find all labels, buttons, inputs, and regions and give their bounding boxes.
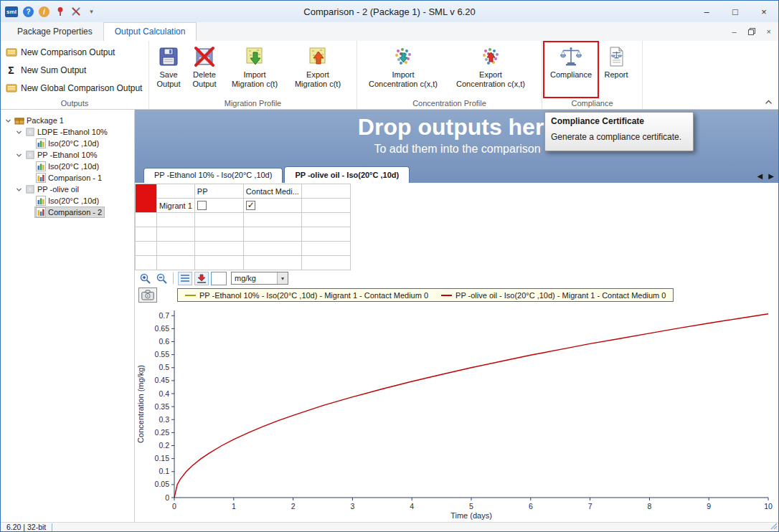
save-output-button[interactable]: Save Output [152, 43, 185, 96]
tree-item-content[interactable]: PP -Ethanol 10% [24, 149, 100, 161]
quick-access-dropdown-icon[interactable]: ▾ [86, 6, 97, 17]
tree-item[interactable]: PP -Ethanol 10% [1, 149, 134, 161]
version-label: 6.20 | 32-bit [6, 523, 46, 531]
import-migration-icon [243, 45, 266, 68]
contact-medium-checkbox[interactable] [246, 201, 255, 210]
tree-item-content[interactable]: Iso(20°C ,10d) [34, 195, 102, 206]
chevron-down-icon[interactable] [14, 186, 24, 193]
svg-text:0.1: 0.1 [159, 467, 169, 475]
outputs-tree: Package 1LDPE -Ethanol 10%Iso(20°C ,10d)… [1, 110, 135, 522]
screenshot-button[interactable] [138, 288, 157, 303]
tab-scroll-arrows: ◀ ▶ [757, 172, 774, 180]
svg-text:0.65: 0.65 [155, 324, 170, 333]
tab-output-calculation[interactable]: Output Calculation [103, 22, 197, 41]
report-button[interactable]: Report [598, 43, 634, 96]
tools-icon[interactable] [70, 6, 81, 17]
svg-text:0.45: 0.45 [155, 376, 170, 384]
export-chart-button[interactable] [194, 272, 209, 285]
svg-text:Concentration (mg/kg): Concentration (mg/kg) [136, 365, 145, 443]
group-label-migration-profile: Migration Profile [149, 99, 357, 108]
pp-checkbox-cell[interactable] [194, 199, 243, 213]
chevron-down-icon[interactable] [14, 152, 24, 158]
quick-access-toolbar: sml ? i ▾ [1, 6, 97, 17]
pp-checkbox[interactable] [197, 201, 207, 210]
button-label: New Global Comparison Output [21, 83, 142, 93]
resize-grip[interactable] [769, 521, 778, 531]
marker-toggle-button[interactable] [211, 272, 227, 285]
mdi-restore-button[interactable] [748, 28, 755, 35]
chevron-down-icon[interactable] [4, 118, 13, 124]
tab-scroll-right-icon[interactable]: ▶ [768, 172, 774, 180]
info-icon[interactable]: i [39, 6, 49, 17]
tree-item-content[interactable]: Comparison - 1 [34, 172, 105, 184]
compliance-scales-icon [560, 45, 582, 68]
export-migration-button[interactable]: Export Migration c(t) [287, 43, 349, 96]
group-label-concentration-profile: Concentration Profile [357, 99, 542, 108]
svg-text:1: 1 [232, 502, 236, 510]
svg-text:0.05: 0.05 [155, 480, 170, 488]
mdi-minimize-button[interactable]: – [732, 27, 736, 36]
empty-row [136, 256, 351, 270]
button-label: Concentration c(x,t) [369, 80, 438, 89]
tree-item-content[interactable]: PP -olive oil [24, 184, 82, 195]
tree-item[interactable]: Iso(20°C ,10d) [1, 138, 134, 149]
minimize-button[interactable]: – [692, 1, 721, 22]
document-tab[interactable]: PP -Ethanol 10% - Iso(20°C ,10d) [143, 168, 283, 183]
concentration-chart: 00.050.10.150.20.250.30.350.40.450.50.55… [135, 305, 779, 522]
delete-output-button[interactable]: Delete Output [187, 43, 222, 96]
chevron-down-icon[interactable] [14, 129, 24, 136]
button-label: Save [159, 70, 177, 80]
import-migration-button[interactable]: Import Migration c(t) [224, 43, 285, 96]
tree-item[interactable]: Iso(20°C ,10d) [1, 195, 134, 206]
maximize-button[interactable]: □ [721, 1, 750, 22]
save-icon [157, 45, 180, 68]
combo-dropdown-icon[interactable]: ▾ [277, 272, 288, 284]
migrant-row: Migrant 1 [136, 199, 351, 213]
button-label: New Comparison Output [21, 47, 115, 57]
titlebar: sml ? i ▾ Comparison - 2 (Package 1) - S… [1, 1, 778, 22]
ribbon-group-compliance: Compliance Report Compliance [542, 41, 643, 109]
tree-item[interactable]: Comparison - 2 [1, 206, 134, 218]
button-label: Output [192, 80, 216, 89]
tab-package-properties[interactable]: Package Properties [6, 23, 103, 41]
tree-item[interactable]: Iso(20°C ,10d) [1, 161, 134, 172]
tree-item[interactable]: LDPE -Ethanol 10% [1, 126, 134, 138]
compliance-button[interactable]: Compliance [545, 43, 597, 96]
collapse-ribbon-chevron-icon[interactable] [765, 98, 773, 106]
comparison-output-icon [5, 47, 17, 58]
tree-item[interactable]: Package 1 [1, 115, 134, 126]
tree-item-label: LDPE -Ethanol 10% [37, 128, 108, 136]
legend-entry: PP -Ethanol 10% - Iso(20°C ,10d) - Migra… [185, 291, 428, 300]
zoom-in-button[interactable] [138, 272, 152, 285]
legend-toggle-button[interactable] [178, 272, 192, 285]
tab-scroll-left-icon[interactable]: ◀ [757, 172, 763, 180]
close-button[interactable]: × [750, 1, 778, 22]
export-concentration-button[interactable]: Export Concentration c(x,t) [448, 43, 534, 96]
svg-text:7: 7 [588, 502, 592, 510]
ribbon-spacer [643, 41, 778, 109]
import-concentration-button[interactable]: Import Concentration c(x,t) [360, 43, 446, 96]
ribbon-group-concentration-profile: Import Concentration c(x,t) Export Conce… [357, 41, 542, 109]
new-sum-output-button[interactable]: Σ New Sum Output [4, 62, 148, 78]
mdi-close-button[interactable]: × [767, 27, 771, 36]
tree-item-content[interactable]: LDPE -Ethanol 10% [24, 126, 110, 138]
contact-medium-checkbox-cell[interactable] [243, 199, 301, 213]
material-icon [25, 150, 35, 160]
button-label: Output [156, 80, 180, 89]
output-icon [36, 196, 46, 206]
tree-item-content[interactable]: Package 1 [13, 115, 67, 126]
tree-item[interactable]: Comparison - 1 [1, 172, 134, 184]
new-comparison-output-button[interactable]: New Comparison Output [4, 44, 148, 60]
tree-item-content[interactable]: Iso(20°C ,10d) [34, 138, 102, 149]
pin-icon[interactable] [55, 6, 65, 17]
tree-item[interactable]: PP -olive oil [1, 184, 134, 195]
document-tab[interactable]: PP -olive oil - Iso(20°C ,10d) [284, 166, 410, 183]
help-icon[interactable]: ? [23, 6, 34, 17]
svg-text:3: 3 [350, 502, 354, 510]
zoom-out-button[interactable] [154, 272, 169, 285]
svg-text:5: 5 [469, 502, 473, 510]
new-global-comparison-output-button[interactable]: New Global Comparison Output [4, 80, 148, 96]
unit-combobox[interactable]: mg/kg ▾ [231, 272, 288, 285]
tree-item-content[interactable]: Comparison - 2 [34, 206, 105, 218]
tree-item-content[interactable]: Iso(20°C ,10d) [34, 161, 102, 172]
